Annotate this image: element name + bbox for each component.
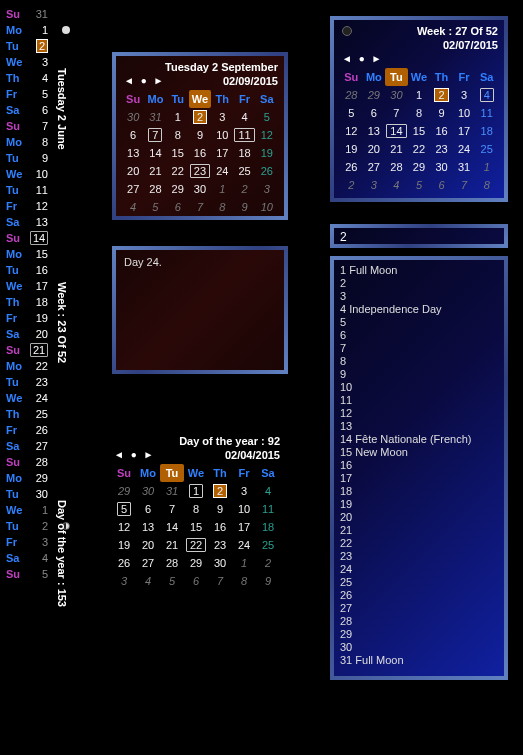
event-row[interactable]: 24 — [340, 563, 498, 576]
calendar-day[interactable]: 24 — [232, 536, 256, 554]
calendar-day[interactable]: 22 — [167, 162, 189, 180]
calendar-day[interactable]: 30 — [385, 86, 408, 104]
day-row[interactable]: Fr26 — [6, 422, 52, 438]
calendar-day[interactable]: 6 — [167, 198, 189, 216]
event-row[interactable]: 7 — [340, 342, 498, 355]
calendar-day[interactable]: 6 — [430, 176, 453, 194]
calendar-day[interactable]: 26 — [340, 158, 363, 176]
calendar-day[interactable]: 12 — [256, 126, 278, 144]
calendar-day[interactable]: 18 — [475, 122, 498, 140]
calendar-day[interactable]: 19 — [256, 144, 278, 162]
event-row[interactable]: 1 Full Moon — [340, 264, 498, 277]
calendar-day[interactable]: 1 — [167, 108, 189, 126]
calendar-day[interactable]: 18 — [256, 518, 280, 536]
calendar-day[interactable]: 30 — [208, 554, 232, 572]
day-row[interactable]: Sa13 — [6, 214, 52, 230]
calendar-day[interactable]: 1 — [232, 554, 256, 572]
event-row[interactable]: 27 — [340, 602, 498, 615]
event-row[interactable]: 2 — [340, 277, 498, 290]
calendar-day[interactable]: 20 — [122, 162, 144, 180]
day-row[interactable]: Fr3 — [6, 534, 52, 550]
calendar-day[interactable]: 3 — [211, 108, 233, 126]
day-row[interactable]: Tu11 — [6, 182, 52, 198]
event-row[interactable]: 23 — [340, 550, 498, 563]
calendar-day[interactable]: 17 — [211, 144, 233, 162]
calendar-day[interactable]: 13 — [363, 122, 386, 140]
event-row[interactable]: 9 — [340, 368, 498, 381]
calendar-day[interactable]: 31 — [144, 108, 166, 126]
calendar-day[interactable]: 23 — [189, 162, 211, 180]
calendar-day[interactable]: 8 — [408, 104, 431, 122]
prev-icon[interactable]: ◄ — [342, 53, 352, 64]
calendar-day[interactable]: 15 — [167, 144, 189, 162]
event-row[interactable]: 14 Fête Nationale (French) — [340, 433, 498, 446]
event-row[interactable]: 8 — [340, 355, 498, 368]
calendar-day[interactable]: 6 — [122, 126, 144, 144]
event-row[interactable]: 5 — [340, 316, 498, 329]
prev-icon[interactable]: ◄ — [114, 449, 124, 460]
calendar-day[interactable]: 9 — [189, 126, 211, 144]
calendar-day[interactable]: 10 — [232, 500, 256, 518]
day-row[interactable]: Tu2 — [6, 38, 52, 54]
calendar-day[interactable]: 7 — [385, 104, 408, 122]
calendar-day[interactable]: 25 — [233, 162, 255, 180]
event-row[interactable]: 6 — [340, 329, 498, 342]
calendar-day[interactable]: 13 — [122, 144, 144, 162]
calendar-day[interactable]: 3 — [232, 482, 256, 500]
calendar-day[interactable]: 29 — [184, 554, 208, 572]
calendar-day[interactable]: 4 — [475, 86, 498, 104]
calendar-nav[interactable]: ◄ ● ► — [342, 52, 385, 66]
calendar-day[interactable]: 30 — [430, 158, 453, 176]
event-row[interactable]: 19 — [340, 498, 498, 511]
calendar-day[interactable]: 10 — [453, 104, 476, 122]
calendar-day[interactable]: 25 — [256, 536, 280, 554]
calendar-day[interactable]: 6 — [363, 104, 386, 122]
calendar-day[interactable]: 5 — [144, 198, 166, 216]
calendar-day[interactable]: 22 — [408, 140, 431, 158]
calendar-day[interactable]: 7 — [453, 176, 476, 194]
calendar-day[interactable]: 8 — [211, 198, 233, 216]
day-row[interactable]: Fr12 — [6, 198, 52, 214]
calendar-day[interactable]: 24 — [211, 162, 233, 180]
calendar-day[interactable]: 28 — [385, 158, 408, 176]
calendar-day[interactable]: 26 — [112, 554, 136, 572]
day-row[interactable]: Fr5 — [6, 86, 52, 102]
calendar-day[interactable]: 21 — [144, 162, 166, 180]
day-row[interactable]: Mo29 — [6, 470, 52, 486]
calendar-day[interactable]: 14 — [160, 518, 184, 536]
event-row[interactable]: 16 — [340, 459, 498, 472]
calendar-day[interactable]: 28 — [340, 86, 363, 104]
calendar-day[interactable]: 25 — [475, 140, 498, 158]
event-row[interactable]: 10 — [340, 381, 498, 394]
calendar-day[interactable]: 16 — [208, 518, 232, 536]
day-row[interactable]: Sa27 — [6, 438, 52, 454]
next-icon[interactable]: ► — [144, 449, 154, 460]
calendar-day[interactable]: 3 — [453, 86, 476, 104]
calendar-day[interactable]: 8 — [167, 126, 189, 144]
calendar-day[interactable]: 30 — [189, 180, 211, 198]
day-row[interactable]: Tu16 — [6, 262, 52, 278]
week-input[interactable]: 2 — [330, 224, 508, 248]
day-row[interactable]: Sa20 — [6, 326, 52, 342]
day-row[interactable]: Su5 — [6, 566, 52, 582]
calendar-day[interactable]: 17 — [453, 122, 476, 140]
calendar-day[interactable]: 29 — [167, 180, 189, 198]
calendar-day[interactable]: 24 — [453, 140, 476, 158]
calendar-day[interactable]: 19 — [112, 536, 136, 554]
calendar-day[interactable]: 10 — [211, 126, 233, 144]
event-row[interactable]: 17 — [340, 472, 498, 485]
calendar-day[interactable]: 28 — [144, 180, 166, 198]
calendar-day[interactable]: 23 — [430, 140, 453, 158]
calendar-day[interactable]: 8 — [232, 572, 256, 590]
calendar-day[interactable]: 1 — [475, 158, 498, 176]
calendar-day[interactable]: 26 — [256, 162, 278, 180]
calendar-day[interactable]: 4 — [256, 482, 280, 500]
calendar-day[interactable]: 31 — [160, 482, 184, 500]
calendar-day[interactable]: 27 — [136, 554, 160, 572]
calendar-day[interactable]: 12 — [340, 122, 363, 140]
calendar-day[interactable]: 1 — [408, 86, 431, 104]
calendar-day[interactable]: 5 — [256, 108, 278, 126]
day-row[interactable]: Tu30 — [6, 486, 52, 502]
event-row[interactable]: 29 — [340, 628, 498, 641]
event-row[interactable]: 22 — [340, 537, 498, 550]
